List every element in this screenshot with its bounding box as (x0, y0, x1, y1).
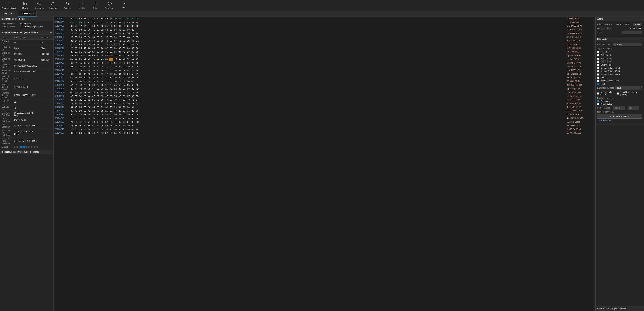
hex-byte[interactable]: 30 (87, 117, 91, 120)
hex-row[interactable]: 0012CAB00A30783530363538202E456E64206F66… (54, 83, 593, 87)
hex-byte[interactable]: 20 (70, 47, 74, 50)
hex-byte[interactable]: 30 (113, 117, 118, 120)
hex-byte[interactable]: 34 (83, 25, 87, 27)
hex-byte[interactable]: 65 (83, 18, 87, 20)
hex-byte[interactable]: 64 (126, 58, 130, 61)
hex-byte[interactable]: 30 (74, 84, 78, 86)
hex-rows-wrapper[interactable]: 0012C990200953657474696E673A2042494F5320… (54, 17, 593, 311)
hex-byte[interactable]: 20 (118, 36, 122, 38)
hex-byte[interactable]: 2E (109, 84, 113, 86)
hex-row[interactable]: 0012CAF0206F6E20616C6C204750494F20706164… (54, 98, 593, 102)
hex-byte[interactable]: 63 (131, 95, 135, 98)
hex-byte[interactable]: 3A (131, 21, 135, 24)
hex-byte[interactable]: 31 (109, 69, 113, 72)
hex-byte[interactable]: 30 (100, 117, 104, 120)
hex-byte[interactable]: 20 (118, 43, 122, 46)
hex-byte[interactable]: 67 (105, 18, 109, 20)
hex-byte[interactable]: 49 (122, 18, 126, 20)
hex-byte[interactable]: 30 (92, 47, 96, 50)
hex-byte[interactable]: 20 (83, 95, 87, 98)
hex-byte[interactable]: 30 (109, 66, 113, 68)
hex-byte[interactable]: 31 (126, 110, 130, 112)
hex-byte[interactable]: 62 (118, 21, 122, 24)
hex-row[interactable]: 0012CB4020303120303020304420304120303020… (54, 116, 593, 120)
hex-byte[interactable]: 7B (70, 128, 74, 130)
hex-byte[interactable]: 65 (105, 124, 109, 127)
hex-byte[interactable]: 30 (83, 132, 87, 134)
hex-byte[interactable]: 20 (122, 106, 126, 108)
hex-byte[interactable]: 20 (70, 88, 74, 90)
hex-byte[interactable]: 35 (105, 51, 109, 53)
hex-byte[interactable]: 36 (92, 84, 96, 86)
hex-byte[interactable]: 34 (83, 66, 87, 68)
hex-row[interactable]: 0012CB2039422030412032352030432030312030… (54, 109, 593, 113)
hex-byte[interactable]: 65 (96, 58, 100, 61)
hex-byte[interactable]: 7D (70, 69, 74, 72)
hex-byte[interactable]: 69 (135, 91, 139, 94)
hex-byte[interactable]: 20 (105, 110, 109, 112)
data-type-checkbox-10[interactable] (597, 83, 600, 85)
hex-byte[interactable]: 30 (92, 66, 96, 68)
hex-byte[interactable]: 31 (131, 43, 135, 46)
hex-byte[interactable]: 66 (135, 58, 139, 61)
hex-byte[interactable]: 3A (83, 73, 87, 75)
hex-byte[interactable]: 6F (92, 95, 96, 98)
hex-byte[interactable]: 20 (113, 124, 118, 127)
hex-byte[interactable]: 30 (78, 36, 82, 38)
hex-byte[interactable]: 20 (100, 66, 104, 68)
hex-byte[interactable]: 30 (109, 58, 113, 61)
hex-byte[interactable]: 30 (87, 36, 91, 38)
hex-byte[interactable]: 34 (74, 40, 78, 42)
hex-byte[interactable]: 20 (83, 98, 87, 101)
hex-byte[interactable]: 44 (105, 40, 109, 42)
hex-row[interactable]: 0012CA10207B3542203036203030203030203030… (54, 46, 593, 50)
hex-byte[interactable]: 45 (83, 113, 87, 116)
hex-byte[interactable]: 30 (122, 132, 126, 134)
hex-byte[interactable]: 61 (113, 21, 118, 24)
hex-byte[interactable]: 42 (96, 113, 100, 116)
hex-row[interactable]: 0012CAA0303320303020303020303020317D0D03… (54, 80, 593, 83)
hex-byte[interactable]: 39 (70, 110, 74, 112)
hex-byte[interactable]: 4F (118, 98, 122, 101)
hex-byte[interactable]: 3A (113, 43, 118, 46)
hex-byte[interactable]: 20 (96, 36, 100, 38)
binary-radio-5[interactable] (29, 146, 32, 148)
hex-byte[interactable]: 09 (118, 69, 122, 72)
hex-byte[interactable]: 43 (118, 28, 122, 31)
hex-byte[interactable]: 72 (105, 21, 109, 24)
hex-byte[interactable]: 6E (96, 88, 100, 90)
hex-byte[interactable]: 30 (118, 124, 122, 127)
hex-byte[interactable]: 09 (74, 18, 78, 20)
hex-byte[interactable]: 30 (96, 69, 100, 72)
hex-byte[interactable]: 20 (126, 66, 130, 68)
hex-byte[interactable]: 6C (87, 58, 91, 61)
hex-byte[interactable]: 69 (118, 121, 122, 123)
hex-byte[interactable]: 61 (118, 40, 122, 42)
hex-byte[interactable]: 36 (113, 51, 118, 53)
hex-byte[interactable]: 30 (109, 47, 113, 50)
hex-byte[interactable]: 4F (78, 121, 82, 123)
hex-byte[interactable]: 78 (100, 51, 104, 53)
hex-byte[interactable]: 20 (87, 66, 91, 68)
hex-byte[interactable]: 20 (109, 128, 113, 130)
hex-byte[interactable]: 44 (126, 36, 130, 38)
hex-byte[interactable]: 20 (122, 117, 126, 120)
hex-byte[interactable]: 7B (109, 88, 113, 90)
hex-byte[interactable]: 62 (105, 102, 109, 105)
hex-row[interactable]: 0012CA707D0D0A307835303635312009094F7074… (54, 68, 593, 72)
hex-byte[interactable]: 30 (131, 47, 135, 50)
hex-byte[interactable]: 30 (87, 106, 91, 108)
hex-byte[interactable]: 49 (113, 98, 118, 101)
hex-byte[interactable]: 20 (92, 62, 96, 64)
hex-byte[interactable]: 30 (126, 76, 130, 79)
hex-byte[interactable]: 6B (83, 21, 87, 24)
binary-radio-2[interactable] (20, 146, 23, 148)
hex-byte[interactable]: 39 (118, 88, 122, 90)
hex-byte[interactable]: 20 (135, 21, 139, 24)
hex-byte[interactable]: 42 (74, 110, 78, 112)
hex-byte[interactable]: 20 (70, 43, 74, 46)
hex-byte[interactable]: 56 (78, 58, 82, 61)
hex-byte[interactable]: 3A (118, 102, 122, 105)
hex-row[interactable]: 0012C9E02030302030302031203030203744200D… (54, 35, 593, 39)
hex-byte[interactable]: 62 (122, 54, 126, 57)
